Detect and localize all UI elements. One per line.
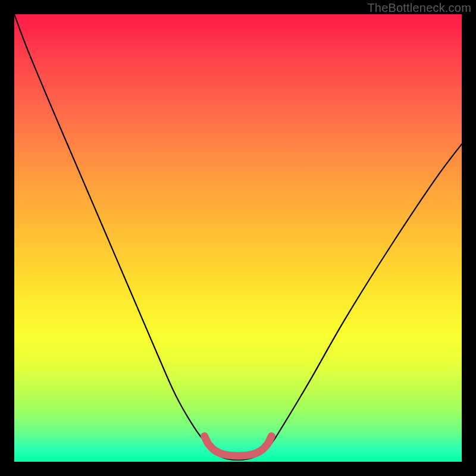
chart-plot-area <box>14 14 462 462</box>
chart-svg <box>14 14 462 462</box>
chart-frame: TheBottleneck.com <box>0 0 476 476</box>
main-curve-path <box>14 14 462 460</box>
bottom-bumper-path <box>205 436 272 456</box>
watermark-label: TheBottleneck.com <box>367 1 471 15</box>
